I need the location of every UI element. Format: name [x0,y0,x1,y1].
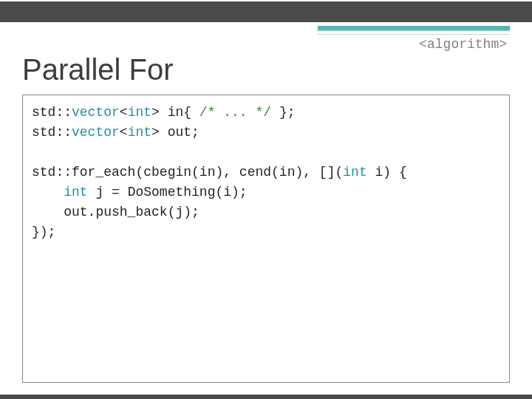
accent-thin-line [318,34,510,35]
code-text: }; [271,105,295,120]
code-text: std::for_each(cbegin(in), cend(in), []( [32,165,343,180]
code-text: > in{ [151,105,200,120]
footer-stripe [0,395,532,399]
header-library-label: <algorithm> [419,37,507,52]
code-text: std:: [32,125,72,140]
code-text: < [120,105,128,120]
accent-bar [318,26,510,30]
top-stripe [0,0,532,22]
code-keyword: int [128,105,151,120]
code-text: < [120,125,128,140]
page-title: Parallel For [22,53,174,86]
code-comment: /* ... */ [200,105,271,120]
code-text: out.push_back(j); [32,205,200,219]
code-keyword: int [64,185,87,200]
code-text: j = DoSomething(i); [88,185,248,200]
code-text: > out; [151,125,200,140]
code-text: i) { [367,165,407,180]
code-text [32,185,64,200]
code-block: std::vector<int> in{ /* ... */ }; std::v… [22,95,510,383]
code-text: std:: [32,105,72,120]
code-type: vector [72,105,120,120]
code-keyword: int [343,165,366,180]
code-keyword: int [128,125,151,140]
code-type: vector [72,125,120,140]
code-text: }); [32,225,55,239]
